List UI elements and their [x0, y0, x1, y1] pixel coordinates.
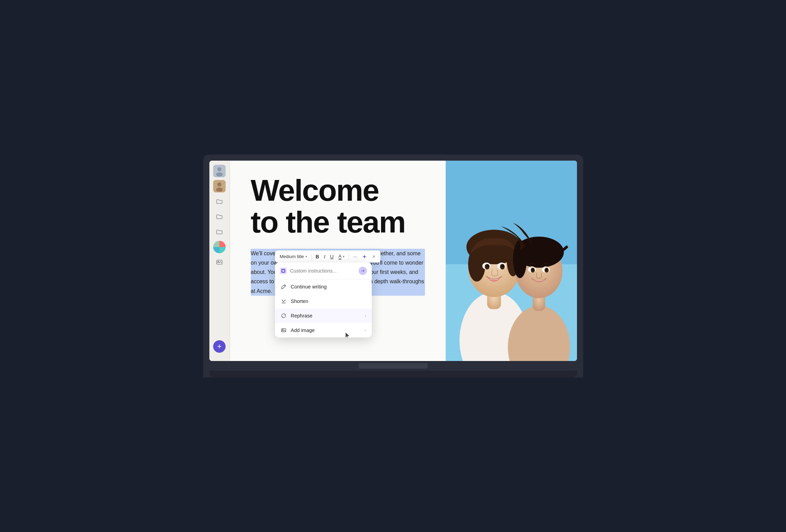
main-content: Welcometo the team We'll cover a lot in …: [230, 161, 446, 361]
add-image-label: Add image: [291, 327, 361, 333]
ai-sparkle-button[interactable]: [360, 253, 369, 260]
svg-point-35: [532, 269, 534, 270]
text-color-button[interactable]: A ▾: [337, 253, 346, 260]
svg-point-1: [217, 167, 221, 171]
chevron-down-icon-color: ▾: [343, 255, 344, 258]
italic-button[interactable]: I: [323, 253, 327, 260]
continue-writing-label: Continue writing: [291, 284, 366, 289]
toolbar-divider-2: [349, 254, 349, 260]
add-image-icon: [281, 327, 287, 333]
bold-button[interactable]: B: [314, 253, 321, 260]
laptop-bottom-bar: [209, 361, 577, 371]
rephrase-icon: [281, 313, 287, 319]
underline-button[interactable]: U: [329, 253, 335, 260]
svg-point-30: [513, 240, 527, 278]
format-type-label: Medium title: [280, 254, 304, 259]
sidebar-avatar-2[interactable]: [213, 180, 226, 192]
toolbar-divider-1: [311, 254, 312, 260]
rephrase-arrow-icon: ›: [365, 313, 366, 318]
svg-rect-10: [281, 329, 286, 332]
laptop-chin: [209, 371, 577, 378]
format-type-selector[interactable]: Medium title ▾: [278, 253, 309, 260]
ai-dropdown-menu: Continue writing Shorten: [275, 263, 372, 338]
ai-search-bar: [275, 263, 372, 279]
add-image-item[interactable]: Add image ›: [275, 323, 372, 338]
shorten-item[interactable]: Shorten: [275, 294, 372, 308]
add-button[interactable]: +: [213, 340, 226, 353]
svg-point-2: [216, 172, 223, 177]
shorten-icon: [281, 298, 287, 304]
laptop-container: + Welcometo the team We'll cover a lot i…: [203, 154, 583, 378]
trackpad: [359, 363, 428, 369]
ai-icon: [280, 267, 287, 274]
sidebar: +: [209, 161, 230, 361]
chevron-down-icon: ▾: [305, 255, 307, 258]
svg-point-4: [217, 182, 221, 187]
formatting-toolbar: Medium title ▾ B I U A ▾: [275, 250, 381, 263]
sidebar-icon-folder1[interactable]: [213, 195, 226, 208]
photo-section: [446, 161, 577, 361]
sidebar-avatar-1[interactable]: [213, 165, 226, 177]
sidebar-icon-color[interactable]: [213, 241, 226, 253]
continue-writing-icon: [281, 284, 287, 290]
add-image-arrow-icon: ›: [365, 328, 366, 333]
shorten-label: Shorten: [291, 298, 366, 304]
more-options-button[interactable]: ···: [352, 253, 358, 260]
rephrase-label: Rephrase: [291, 313, 361, 319]
continue-writing-item[interactable]: Continue writing: [275, 279, 372, 294]
laptop-outer: + Welcometo the team We'll cover a lot i…: [203, 154, 583, 378]
svg-point-25: [502, 265, 504, 267]
custom-instructions-input[interactable]: [290, 268, 355, 274]
laptop-screen: + Welcometo the team We'll cover a lot i…: [209, 161, 577, 361]
close-toolbar-button[interactable]: ✕: [371, 253, 377, 260]
sidebar-icon-folder2[interactable]: [213, 210, 226, 223]
svg-point-24: [487, 265, 489, 267]
sidebar-icon-image[interactable]: [213, 256, 226, 268]
svg-point-5: [216, 188, 223, 192]
photo-placeholder: [446, 161, 577, 361]
send-button[interactable]: [359, 267, 367, 275]
page-title: Welcometo the team: [251, 174, 425, 238]
rephrase-item[interactable]: Rephrase ›: [275, 308, 372, 323]
svg-point-36: [546, 269, 548, 270]
sidebar-icon-folder3[interactable]: [213, 226, 226, 238]
